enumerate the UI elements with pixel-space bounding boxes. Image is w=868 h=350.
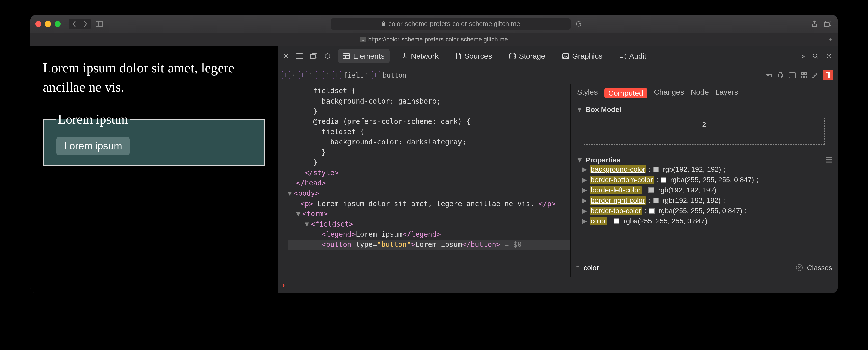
overflow-icon[interactable]: » [801,52,805,60]
property-name: border-left-color [590,186,642,194]
box-model-section: ▼Box Model 2 — [570,102,838,152]
svg-rect-2 [382,24,385,26]
tab-network[interactable]: Network [397,49,443,63]
property-value: rgb(192, 192, 192) [662,197,721,205]
color-swatch[interactable] [649,208,654,214]
property-value: rgba(255, 255, 255, 0.847) [658,207,742,215]
dom-tree[interactable]: fieldset { background-color: gainsboro; … [278,84,570,277]
reload-button[interactable] [574,19,584,29]
tab-changes[interactable]: Changes [654,88,684,98]
color-swatch[interactable] [661,177,666,182]
code-line: fieldset { [288,86,570,96]
property-name: border-bottom-color [590,176,654,184]
page-fieldset: Lorem ipsum Lorem ipsum [43,112,265,166]
filter-toggle-icon[interactable]: ☰ [826,156,832,164]
code-line: @media (prefers-color-scheme: dark) { [288,117,570,127]
minimize-window-button[interactable] [45,21,51,27]
forward-button[interactable] [80,19,91,29]
code-line: } [288,106,570,117]
compositing-icon[interactable] [823,70,833,80]
tab-sources-label: Sources [464,52,492,60]
property-row[interactable]: ▶border-top-color: rgba(255, 255, 255, 0… [582,206,827,216]
svg-rect-33 [804,76,806,78]
tabs-button[interactable] [823,19,833,29]
sidebar-tabs: Styles Computed Changes Node Layers [570,84,838,102]
devtools-sub-bar: E〉 E〉 E〉 E fiel…〉 E button [278,66,838,84]
tab-styles[interactable]: Styles [577,88,598,98]
sidebar-toggle-button[interactable] [94,19,105,29]
tab-storage-label: Storage [519,52,545,60]
color-swatch[interactable] [649,187,654,193]
dock-bottom-icon[interactable] [296,53,303,59]
ruler-icon[interactable] [766,72,772,79]
property-row[interactable]: ▶border-bottom-color: rgba(255, 255, 255… [582,175,827,185]
devtools: ✕ Elements Network Sources [278,46,838,293]
property-row[interactable]: ▶color: rgba(255, 255, 255, 0.847); [582,216,827,226]
fullscreen-window-button[interactable] [55,21,61,27]
box-model-value: 2 [587,121,822,128]
print-styles-icon[interactable] [777,72,784,79]
svg-rect-31 [804,73,806,75]
url-text: color-scheme-prefers-color-scheme.glitch… [388,20,520,28]
code-line: ▼<fieldset> [288,219,570,230]
color-swatch[interactable] [614,218,619,224]
share-button[interactable] [809,19,819,29]
svg-rect-0 [96,22,103,27]
new-tab-button[interactable]: ＋ [828,35,834,43]
grid-icon[interactable] [801,72,807,78]
tab-audit[interactable]: Audit [614,49,651,63]
classes-button[interactable]: Classes [807,264,832,272]
url-bar[interactable]: color-scheme-prefers-color-scheme.glitch… [331,19,570,30]
tab-computed[interactable]: Computed [604,88,647,98]
bc-chip[interactable]: E [282,71,290,79]
tab-layers[interactable]: Layers [715,88,738,98]
close-window-button[interactable] [35,21,41,27]
clear-filter-button[interactable]: ⓧ [796,263,803,273]
property-name: background-color [590,166,646,174]
tab-elements[interactable]: Elements [338,49,390,63]
bc-chip[interactable]: E [372,71,380,79]
target-picker-icon[interactable] [324,53,331,59]
tab-elements-label: Elements [353,52,384,60]
color-swatch[interactable] [653,167,659,172]
svg-rect-4 [296,54,303,59]
page-button[interactable]: Lorem ipsum [56,137,130,155]
code-line: background-color: gainsboro; [288,96,570,107]
property-value: rgb(192, 192, 192) [663,166,721,174]
back-button[interactable] [69,19,80,29]
filter-input[interactable] [584,264,792,272]
network-icon [402,53,408,59]
svg-line-20 [816,57,818,59]
console-bar[interactable]: › [278,277,838,293]
tab-audit-label: Audit [629,52,646,60]
property-row[interactable]: ▶background-color: rgb(192, 192, 192); [582,164,827,175]
dock-side-icon[interactable] [310,53,317,59]
details-sidebar: Styles Computed Changes Node Layers ▼Box… [570,84,838,277]
property-row[interactable]: ▶border-left-color: rgb(192, 192, 192); [582,185,827,195]
code-line: </style> [288,168,570,178]
box-model-diagram[interactable]: 2 — [584,118,825,145]
close-devtools-button[interactable]: ✕ [283,52,289,60]
box-model-heading: Box Model [586,106,621,114]
audit-icon [619,53,626,59]
tab-network-label: Network [411,52,438,60]
search-icon[interactable] [812,53,818,59]
color-swatch[interactable] [653,198,658,203]
box-model-value: — [587,131,822,142]
breadcrumb[interactable]: E〉 E〉 E〉 E fiel…〉 E button [282,71,406,79]
brush-icon[interactable] [812,72,818,78]
bc-chip[interactable]: E [333,71,341,79]
tab-sources[interactable]: Sources [451,49,497,63]
svg-point-17 [510,53,515,55]
storage-icon [509,53,516,59]
tab-node[interactable]: Node [691,88,709,98]
device-icon[interactable] [789,72,796,78]
tab-title[interactable]: https://color-scheme-prefers-color-schem… [368,36,508,43]
property-row[interactable]: ▶border-right-color: rgb(192, 192, 192); [582,195,827,206]
body-split: Lorem ipsum dolor sit amet, legere ancil… [30,46,838,293]
tab-graphics[interactable]: Graphics [557,49,607,63]
gear-icon[interactable] [826,53,832,59]
bc-chip[interactable]: E [299,71,307,79]
bc-chip[interactable]: E [316,71,324,79]
tab-storage[interactable]: Storage [504,49,550,63]
